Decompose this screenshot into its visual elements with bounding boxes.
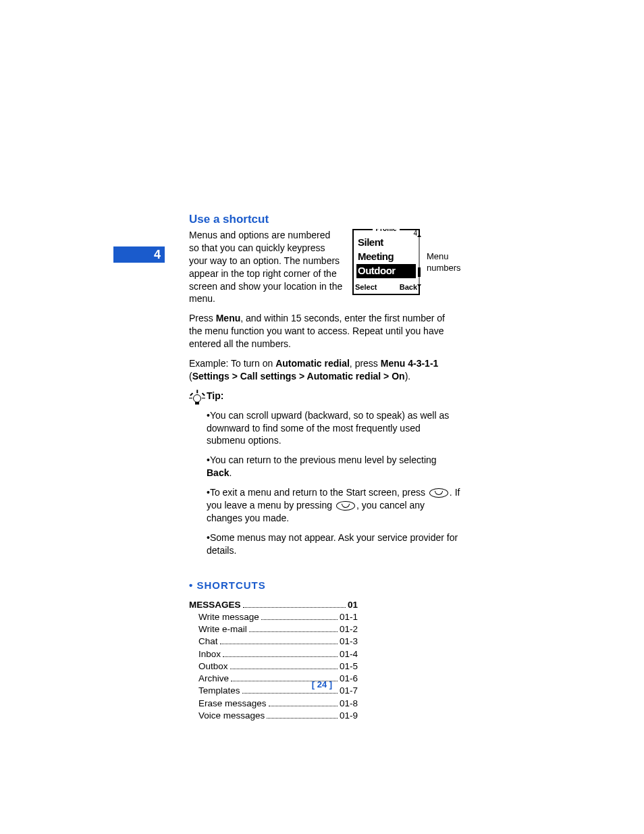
toc-num: 01-4: [340, 648, 358, 660]
toc-label: Erase messages: [198, 698, 267, 710]
softkey-back: Back: [400, 282, 417, 292]
toc-row: Write message01-1: [189, 611, 358, 623]
toc-num: 01-3: [340, 635, 358, 648]
callout-menu-numbers: Menu numbers: [427, 251, 460, 274]
press-menu-paragraph: Press Menu, and within 15 seconds, enter…: [189, 312, 460, 350]
end-key-icon: [429, 488, 448, 498]
callout-line2: numbers: [427, 262, 460, 274]
toc-row: Inbox01-4: [189, 648, 358, 660]
toc-label: Voice messages: [198, 710, 265, 722]
example-paragraph: Example: To turn on Automatic redial, pr…: [189, 357, 460, 383]
toc-row: Voice messages01-9: [189, 710, 358, 722]
toc-row: Outbox01-5: [189, 660, 358, 673]
toc-num: 01-8: [340, 698, 358, 710]
profile-item: Meeting: [356, 250, 416, 263]
heading-use-shortcut: Use a shortcut: [189, 212, 460, 228]
toc-label: Outbox: [198, 660, 228, 673]
toc-row: Write e-mail01-2: [189, 623, 358, 635]
tip-1: •You can scroll upward (backward, so to …: [207, 409, 460, 448]
toc-head: MESSAGES 01: [189, 599, 358, 611]
chapter-tab: 4: [113, 246, 165, 263]
toc-head-num: 01: [348, 599, 358, 611]
profile-item: Silent: [356, 236, 416, 249]
page-number: [ 24 ]: [0, 679, 644, 691]
phone-title: Profile: [373, 229, 399, 232]
phone-screen: Profile 4 SilentMeetingOutdoor Select Ba…: [352, 229, 420, 295]
tip-4: •Some menus may not appear. Ask your ser…: [207, 531, 460, 557]
toc-row: Chat01-3: [189, 635, 358, 648]
tip-2: •You can return to the previous menu lev…: [207, 454, 460, 479]
tip-3: •To exit a menu and return to the Start …: [207, 486, 460, 525]
page-content: Use a shortcut Menus and options are num…: [189, 212, 460, 722]
bold-menu: Menu: [216, 313, 241, 323]
toc-num: 01-5: [340, 660, 358, 673]
lightbulb-icon: [189, 390, 207, 564]
toc-label: Write e-mail: [198, 623, 247, 635]
end-key-icon: [336, 501, 355, 511]
tip-label: Tip:: [207, 390, 223, 401]
phone-figure: Profile 4 SilentMeetingOutdoor Select Ba…: [352, 229, 460, 295]
toc-head-label: MESSAGES: [189, 599, 241, 611]
softkey-select: Select: [355, 282, 377, 292]
toc-label: Chat: [198, 635, 218, 648]
callout-line1: Menu: [427, 251, 460, 263]
toc-num: 01-2: [340, 623, 358, 635]
toc: MESSAGES 01 Write message01-1Write e-mai…: [189, 599, 358, 722]
toc-row: Erase messages01-8: [189, 698, 358, 710]
shortcuts-heading: SHORTCUTS: [189, 579, 460, 592]
toc-label: Inbox: [198, 648, 221, 660]
toc-num: 01-9: [340, 710, 358, 722]
profile-item: Outdoor: [356, 264, 416, 278]
phone-scrollbar: [417, 237, 420, 284]
toc-num: 01-1: [340, 611, 358, 623]
intro-paragraph: Menus and options are numbered so that y…: [189, 229, 343, 305]
toc-label: Write message: [198, 611, 259, 623]
